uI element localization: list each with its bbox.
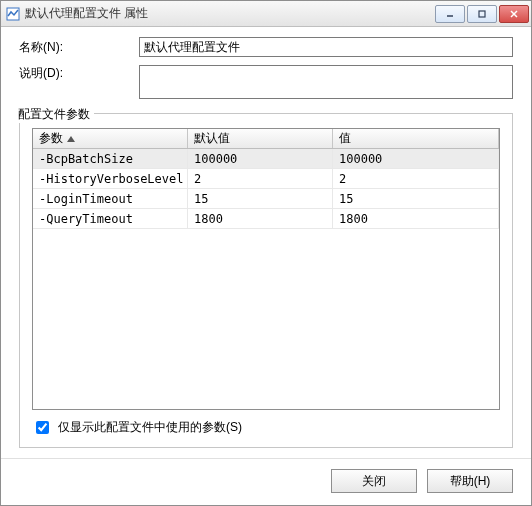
cell-value: 100000	[333, 149, 499, 168]
cell-default: 15	[188, 189, 333, 208]
desc-row: 说明(D):	[19, 65, 513, 99]
help-button[interactable]: 帮助(H)	[427, 469, 513, 493]
cell-value: 1800	[333, 209, 499, 228]
window-title: 默认代理配置文件 属性	[25, 5, 435, 22]
content-area: 名称(N): 说明(D): 配置文件参数 参数 默认值 值	[1, 27, 531, 458]
cell-param: -QueryTimeout	[33, 209, 188, 228]
name-label: 名称(N):	[19, 39, 139, 56]
header-value-label: 值	[339, 130, 351, 147]
grid-header: 参数 默认值 值	[33, 129, 499, 149]
cell-default: 1800	[188, 209, 333, 228]
maximize-button[interactable]	[467, 5, 497, 23]
desc-label: 说明(D):	[19, 65, 139, 82]
params-fieldset: 配置文件参数 参数 默认值 值 -BcpBatchSize10000010000…	[19, 113, 513, 448]
table-row[interactable]: -HistoryVerboseLevel22	[33, 169, 499, 189]
header-default[interactable]: 默认值	[188, 129, 333, 148]
params-grid: 参数 默认值 值 -BcpBatchSize100000100000-Histo…	[32, 128, 500, 410]
table-row[interactable]: -LoginTimeout1515	[33, 189, 499, 209]
svg-rect-2	[479, 11, 485, 17]
minimize-button[interactable]	[435, 5, 465, 23]
window-controls	[435, 5, 529, 23]
button-bar: 关闭 帮助(H)	[1, 458, 531, 505]
cell-param: -LoginTimeout	[33, 189, 188, 208]
name-input[interactable]	[139, 37, 513, 57]
only-used-label: 仅显示此配置文件中使用的参数(S)	[58, 419, 242, 436]
header-param-label: 参数	[39, 130, 63, 147]
table-row[interactable]: -BcpBatchSize100000100000	[33, 149, 499, 169]
name-row: 名称(N):	[19, 37, 513, 57]
close-button[interactable]	[499, 5, 529, 23]
titlebar: 默认代理配置文件 属性	[1, 1, 531, 27]
app-icon	[5, 6, 21, 22]
cell-value: 2	[333, 169, 499, 188]
cell-param: -HistoryVerboseLevel	[33, 169, 188, 188]
only-used-check-row[interactable]: 仅显示此配置文件中使用的参数(S)	[32, 418, 500, 437]
header-default-label: 默认值	[194, 130, 230, 147]
desc-input[interactable]	[139, 65, 513, 99]
close-dialog-button[interactable]: 关闭	[331, 469, 417, 493]
dialog-window: 默认代理配置文件 属性 名称(N): 说明(D):	[0, 0, 532, 506]
header-param[interactable]: 参数	[33, 129, 188, 148]
cell-value: 15	[333, 189, 499, 208]
grid-body: -BcpBatchSize100000100000-HistoryVerbose…	[33, 149, 499, 409]
cell-default: 2	[188, 169, 333, 188]
header-value[interactable]: 值	[333, 129, 499, 148]
cell-param: -BcpBatchSize	[33, 149, 188, 168]
table-row[interactable]: -QueryTimeout18001800	[33, 209, 499, 229]
only-used-checkbox[interactable]	[36, 421, 49, 434]
cell-default: 100000	[188, 149, 333, 168]
fieldset-legend: 配置文件参数	[14, 106, 94, 123]
sort-asc-icon	[67, 136, 75, 142]
